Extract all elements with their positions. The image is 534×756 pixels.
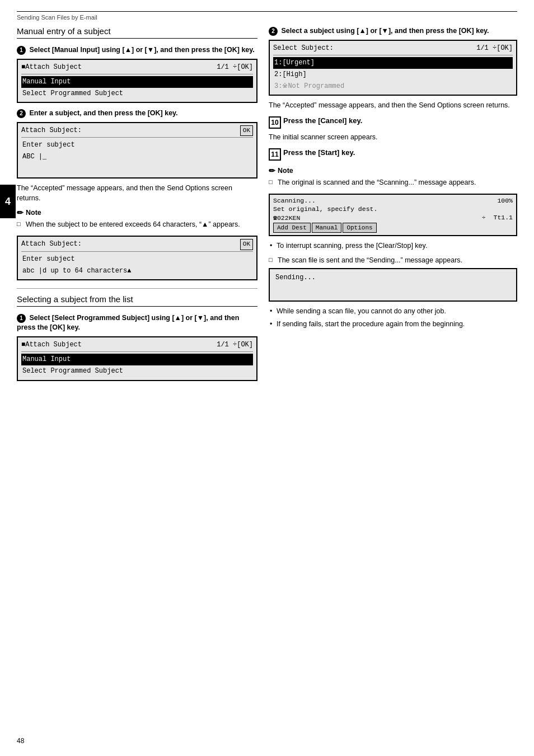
- step2-lcd1: Attach Subject: OK Enter subject ABC |_: [17, 122, 257, 179]
- right-note-item2: The scan file is sent and the “Sending..…: [269, 255, 517, 266]
- bullet3: If sending fails, start the procedure ag…: [269, 319, 517, 330]
- step2-lcd1-row3: [21, 163, 253, 175]
- step10-label: 10 Press the [Cancel] key.: [269, 116, 517, 129]
- scan-row2: Set original, specify dest.: [273, 205, 513, 213]
- step2-lcd2-ok: OK: [240, 239, 253, 250]
- manual-btn[interactable]: Manual: [312, 223, 342, 233]
- scan-screen: Scanning... 100% Set original, specify d…: [269, 194, 517, 236]
- step11-label: 11 Press the [Start] key.: [269, 148, 517, 161]
- step1-lcd: ■Attach Subject 1/1 ÷[OK] Manual Input S…: [17, 59, 257, 104]
- right-note-icon: ✏: [269, 166, 275, 175]
- scan-dest: ☎022KEN: [273, 214, 300, 222]
- step2-lcd2-row2: abc |d up to 64 characters▲: [21, 265, 253, 277]
- right-note: ✏ Note The original is scanned and the “…: [269, 166, 517, 188]
- options-btn[interactable]: Options: [343, 223, 376, 233]
- right-step2-lcd-header: Select Subject: 1/1 ÷[OK]: [273, 43, 513, 55]
- page-number: 48: [17, 737, 24, 745]
- section2-step1-lcd-nav: 1/1 ÷[OK]: [217, 340, 253, 350]
- left-column: Manual entry of a subject 1 Select [Manu…: [17, 26, 257, 387]
- scan-percent: 100%: [497, 197, 513, 204]
- sending-text: Sending...: [275, 274, 316, 281]
- step1-label: 1 Select [Manual Input] using [▲] or [▼]…: [17, 45, 257, 55]
- step2-lcd1-ok: OK: [240, 125, 253, 137]
- bullet1: To interrupt scanning, press the [Clear/…: [269, 241, 517, 251]
- step10: 10 Press the [Cancel] key. The initial s…: [269, 116, 517, 143]
- step10-para: The initial scanner screen appears.: [269, 132, 517, 143]
- step2-circle: 2: [17, 109, 26, 118]
- scan-buttons: Add Dest Manual Options: [273, 223, 513, 233]
- section2-step1-lcd-header: ■Attach Subject 1/1 ÷[OK]: [21, 340, 253, 352]
- section2-step1-text: Select [Select Programmed Subject] using…: [17, 314, 239, 332]
- right-step2: 2 Select a subject using [▲] or [▼], and…: [269, 26, 517, 111]
- right-step2-lcd: Select Subject: 1/1 ÷[OK] 1:[Urgent] 2:[…: [269, 40, 517, 96]
- step11: 11 Press the [Start] key.: [269, 148, 517, 161]
- step2-para1: The “Accepted” message appears, and then…: [17, 183, 257, 204]
- right-step2-lcd-row2: 2:[High]: [273, 69, 513, 81]
- right-step2-circle: 2: [269, 27, 278, 36]
- step1-lcd-header: ■Attach Subject 1/1 ÷[OK]: [21, 62, 253, 74]
- right-column: 2 Select a subject using [▲] or [▼], and…: [269, 26, 517, 387]
- scan-set-orig: Set original, specify dest.: [273, 205, 377, 213]
- step2-lcd1-row1: Enter subject: [21, 139, 253, 151]
- step1-lcd-row2: Select Programmed Subject: [21, 88, 253, 100]
- page-header: Sending Scan Files by E-mail: [17, 14, 517, 21]
- step1-lcd-nav: 1/1 ÷[OK]: [217, 62, 253, 73]
- step2-note-item1: When the subject to be entered exceeds 6…: [17, 219, 257, 230]
- step1: 1 Select [Manual Input] using [▲] or [▼]…: [17, 45, 257, 103]
- step10-text: Press the [Cancel] key.: [283, 116, 362, 125]
- section-divider: [17, 288, 257, 289]
- step2-lcd1-header: Attach Subject: OK: [21, 125, 253, 138]
- step11-text: Press the [Start] key.: [283, 148, 355, 157]
- section2-step1-label: 1 Select [Select Programmed Subject] usi…: [17, 313, 257, 333]
- sending-screen: Sending...: [269, 268, 517, 302]
- right-step2-lcd-row1: 1:[Urgent]: [273, 57, 513, 69]
- bullet2: While sending a scan file, you cannot do…: [269, 306, 517, 317]
- add-dest-btn[interactable]: Add Dest: [273, 223, 311, 233]
- step2-lcd2-header: Attach Subject: OK: [21, 239, 253, 252]
- right-step2-text: Select a subject using [▲] or [▼], and t…: [281, 27, 489, 35]
- section2-step1: 1 Select [Select Programmed Subject] usi…: [17, 313, 257, 381]
- step2-lcd2: Attach Subject: OK Enter subject abc |d …: [17, 236, 257, 280]
- right-step2-lcd-nav: 1/1 ÷[OK]: [476, 43, 513, 54]
- note-icon: ✏: [17, 208, 24, 217]
- section1-heading: Manual entry of a subject: [17, 26, 257, 39]
- right-step2-lcd-title: Select Subject:: [273, 43, 334, 54]
- step10-num: 10: [269, 116, 281, 129]
- step2-note-heading: ✏ Note: [17, 208, 257, 217]
- step2-lcd1-title: Attach Subject:: [21, 125, 82, 136]
- right-note-heading: ✏ Note: [269, 166, 517, 175]
- right-step2-lcd-row3: 3:※Not Programmed: [273, 81, 513, 92]
- step2-text: Enter a subject, and then press the [OK]…: [29, 109, 177, 117]
- right-note-item1: The original is scanned and the “Scannin…: [269, 177, 517, 188]
- section2-step1-lcd-title: ■Attach Subject: [21, 340, 82, 350]
- step1-circle: 1: [17, 46, 26, 55]
- section2-heading: Selecting a subject from the list: [17, 294, 257, 307]
- section2-step1-lcd: ■Attach Subject 1/1 ÷[OK] Manual Input S…: [17, 336, 257, 381]
- scan-label: Scanning...: [273, 197, 316, 204]
- step1-text: Select [Manual Input] using [▲] or [▼], …: [29, 46, 254, 54]
- scan-row1: Scanning... 100%: [273, 197, 513, 204]
- step1-lcd-row1: Manual Input: [21, 76, 253, 88]
- note-label: Note: [26, 209, 41, 217]
- section2-step1-lcd-row1: Manual Input: [21, 354, 253, 365]
- step1-lcd-title: ■Attach Subject: [21, 62, 82, 73]
- right-step2-label: 2 Select a subject using [▲] or [▼], and…: [269, 26, 517, 36]
- step2-lcd2-title: Attach Subject:: [21, 239, 82, 250]
- section2-step1-circle: 1: [17, 314, 26, 323]
- step11-num: 11: [269, 148, 281, 161]
- top-rule: [17, 11, 517, 12]
- right-note-label: Note: [278, 167, 293, 175]
- step2-note: ✏ Note When the subject to be entered ex…: [17, 208, 257, 230]
- scan-row3: ☎022KEN ÷ Tt1.1: [273, 214, 513, 222]
- step2-lcd2-row1: Enter subject: [21, 253, 253, 265]
- step2-label: 2 Enter a subject, and then press the [O…: [17, 109, 257, 119]
- right-step2-para: The “Accepted” message appears, and then…: [269, 100, 517, 111]
- section2-step1-lcd-row2: Select Programmed Subject: [21, 365, 253, 377]
- main-layout: Manual entry of a subject 1 Select [Manu…: [17, 26, 517, 387]
- step2: 2 Enter a subject, and then press the [O…: [17, 109, 257, 280]
- step2-lcd1-row2: ABC |_: [21, 151, 253, 163]
- scan-tt: ÷ Tt1.1: [482, 214, 513, 222]
